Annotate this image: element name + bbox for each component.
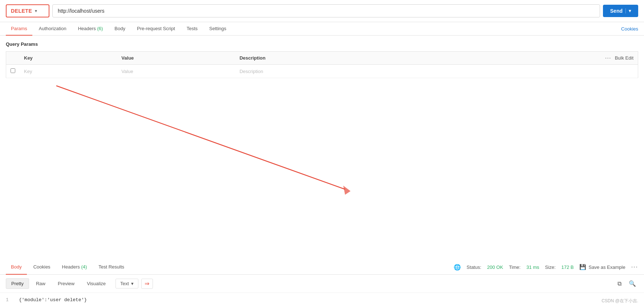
body-toolbar: Pretty Raw Preview Visualize Text ▾ ⇒ ⧉ <box>0 275 644 293</box>
tab-headers[interactable]: Headers (6) <box>73 22 108 36</box>
params-section: Query Params Key Value Description ··· B… <box>0 36 644 84</box>
empty-space <box>0 84 644 260</box>
cookies-link[interactable]: Cookies <box>621 26 638 32</box>
table-row: Key Value Description <box>6 65 638 78</box>
annotation-arrow <box>0 84 644 260</box>
time-label: Time: <box>509 264 521 270</box>
format-tab-visualize[interactable]: Visualize <box>81 278 111 289</box>
response-tab-cookies[interactable]: Cookies <box>28 260 56 275</box>
tab-body[interactable]: Body <box>109 22 130 36</box>
tab-pre-request[interactable]: Pre-request Script <box>132 22 180 36</box>
copy-icon: ⧉ <box>617 280 621 287</box>
text-format-dropdown[interactable]: Text ▾ <box>116 279 138 288</box>
description-cell[interactable]: Description <box>235 65 430 78</box>
row-checkbox[interactable] <box>6 65 20 78</box>
code-text-1: {'module':'user delete'} <box>19 297 87 303</box>
url-input[interactable] <box>52 4 600 17</box>
search-icon: 🔍 <box>629 280 636 287</box>
method-dropdown[interactable]: DELETE ▾ <box>6 4 49 17</box>
col-description-header: Description <box>235 52 430 65</box>
col-bulk-edit[interactable]: ··· Bulk Edit <box>430 52 638 65</box>
wrap-icon: ⇒ <box>145 280 149 287</box>
status-value: 200 OK <box>487 264 503 270</box>
response-body: 1 {'module':'user delete'} <box>0 293 644 307</box>
headers-count: (6) <box>97 26 103 31</box>
save-example-label: Save as Example <box>588 264 625 270</box>
request-tabs: Params Authorization Headers (6) Body Pr… <box>0 22 644 36</box>
value-cell[interactable]: Value <box>117 65 235 78</box>
watermark: CSDN @在下小吉. <box>602 298 638 304</box>
format-tab-preview[interactable]: Preview <box>52 278 80 289</box>
col-key-header: Key <box>20 52 117 65</box>
svg-line-0 <box>56 86 345 189</box>
query-params-title: Query Params <box>6 41 638 47</box>
format-tab-pretty[interactable]: Pretty <box>6 278 29 289</box>
send-arrow: ▾ <box>625 8 631 13</box>
time-value: 31 ms <box>526 264 539 270</box>
send-label: Send <box>610 8 623 14</box>
method-label: DELETE <box>11 8 32 14</box>
response-tab-headers[interactable]: Headers (4) <box>57 260 92 275</box>
params-panel: Query Params Key Value Description ··· B… <box>0 36 644 84</box>
response-headers-count: (4) <box>81 264 87 270</box>
search-button[interactable]: 🔍 <box>627 279 638 289</box>
copy-button[interactable]: ⧉ <box>613 279 625 289</box>
save-icon: 💾 <box>579 264 586 270</box>
text-format-arrow: ▾ <box>131 281 134 286</box>
request-bar: DELETE ▾ Send ▾ <box>0 0 644 22</box>
format-tab-raw[interactable]: Raw <box>31 278 51 289</box>
tab-authorization[interactable]: Authorization <box>34 22 72 36</box>
save-example-button[interactable]: 💾 Save as Example <box>579 264 625 270</box>
response-tabs: Body Cookies Headers (4) Test Results 🌐 … <box>0 260 644 275</box>
text-format-label: Text <box>120 281 129 286</box>
response-section: Body Cookies Headers (4) Test Results 🌐 … <box>0 260 644 307</box>
tab-params[interactable]: Params <box>6 22 32 36</box>
code-line-1: 1 {'module':'user delete'} <box>6 297 638 303</box>
svg-marker-1 <box>343 186 351 195</box>
col-value-header: Value <box>117 52 235 65</box>
more-options-button[interactable]: ··· <box>631 264 638 270</box>
globe-icon: 🌐 <box>454 264 461 271</box>
row-checkbox-input[interactable] <box>11 68 15 73</box>
row-actions <box>430 65 638 78</box>
app-container: DELETE ▾ Send ▾ Params Authorization Hea… <box>0 0 644 307</box>
wrap-button[interactable]: ⇒ <box>141 279 153 289</box>
col-checkbox <box>6 52 20 65</box>
method-dropdown-arrow: ▾ <box>35 8 37 13</box>
query-params-table: Key Value Description ··· Bulk Edit <box>6 51 638 78</box>
response-tab-body[interactable]: Body <box>6 260 27 275</box>
status-label: Status: <box>467 264 481 270</box>
line-number-1: 1 <box>6 297 13 303</box>
response-tab-test-results[interactable]: Test Results <box>93 260 129 275</box>
response-meta: 🌐 Status: 200 OK Time: 31 ms Size: 172 B… <box>454 264 638 271</box>
tab-settings[interactable]: Settings <box>204 22 231 36</box>
send-button[interactable]: Send ▾ <box>603 5 638 17</box>
key-cell[interactable]: Key <box>20 65 117 78</box>
size-label: Size: <box>545 264 556 270</box>
tab-tests[interactable]: Tests <box>182 22 203 36</box>
size-value: 172 B <box>562 264 574 270</box>
